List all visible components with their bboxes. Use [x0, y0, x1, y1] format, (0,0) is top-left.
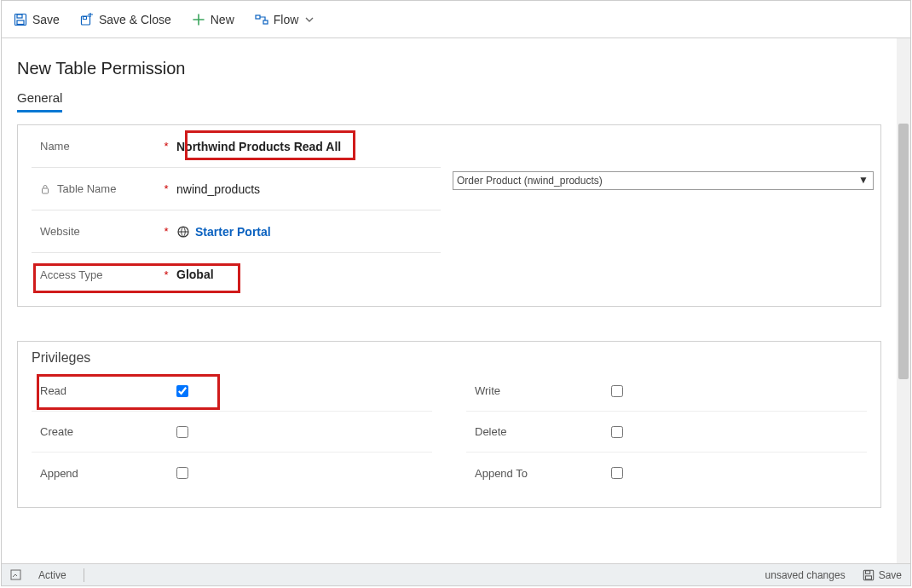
save-button[interactable]: Save [10, 9, 63, 30]
privilege-append-to: Append To [466, 453, 867, 493]
privilege-create: Create [32, 412, 432, 453]
svg-rect-2 [17, 20, 24, 25]
main-area: New Table Permission General Name * Nort… [2, 38, 910, 563]
flow-label: Flow [274, 13, 299, 26]
create-label: Create [32, 425, 176, 438]
svg-rect-4 [83, 16, 86, 19]
read-checkbox[interactable] [176, 385, 188, 397]
privilege-write: Write [466, 371, 867, 412]
record-status: Active [38, 569, 66, 581]
svg-rect-1 [17, 14, 22, 18]
read-label: Read [32, 384, 176, 397]
table-name-label: Table Name [32, 182, 159, 195]
unsaved-indicator: unsaved changes [765, 569, 846, 581]
form-scroll: New Table Permission General Name * Nort… [2, 38, 897, 563]
general-panel: Name * Northwind Products Read All Table… [17, 124, 881, 307]
flow-icon [255, 13, 268, 26]
table-name-select[interactable]: Order Product (nwind_products) [453, 171, 874, 190]
table-name-select-wrap: Order Product (nwind_products) ▼ [453, 171, 874, 190]
privileges-panel: Privileges Read Create [17, 341, 881, 508]
field-website: Website * Starter Portal [32, 210, 441, 253]
name-label: Name [32, 140, 159, 153]
save-label: Save [32, 13, 60, 26]
create-checkbox[interactable] [176, 426, 188, 438]
website-value[interactable]: Starter Portal [173, 225, 441, 239]
page-title: New Table Permission [17, 59, 881, 78]
tab-general[interactable]: General [17, 87, 62, 112]
footer-save-button[interactable]: Save [863, 569, 902, 581]
append-label: Append [32, 467, 176, 480]
status-bar: Active unsaved changes Save [2, 563, 910, 585]
vertical-scrollbar[interactable] [897, 38, 910, 563]
command-bar: Save Save & Close New Flow [2, 1, 910, 38]
privileges-title: Privileges [18, 342, 880, 371]
required-marker: * [159, 182, 173, 195]
globe-icon [176, 225, 190, 239]
privilege-delete: Delete [466, 412, 867, 453]
access-type-value[interactable]: Global [173, 268, 441, 281]
lock-icon [40, 184, 50, 194]
website-link[interactable]: Starter Portal [195, 225, 271, 239]
website-label: Website [32, 225, 159, 238]
append-to-checkbox[interactable] [611, 467, 623, 479]
privilege-read: Read [32, 371, 432, 412]
svg-rect-7 [43, 188, 49, 193]
new-label: New [211, 13, 234, 26]
new-button[interactable]: New [188, 9, 238, 30]
append-to-label: Append To [466, 467, 611, 480]
required-marker: * [159, 268, 173, 281]
flow-button[interactable]: Flow [251, 9, 318, 30]
field-name: Name * Northwind Products Read All [32, 125, 441, 168]
plus-icon [192, 13, 205, 26]
table-name-value[interactable]: nwind_products [173, 182, 441, 196]
scrollbar-thumb[interactable] [898, 124, 909, 379]
delete-checkbox[interactable] [611, 426, 623, 438]
save-close-icon [80, 13, 94, 26]
access-type-label: Access Type [32, 268, 159, 281]
svg-rect-5 [256, 15, 260, 19]
footer-save-label: Save [879, 569, 902, 581]
delete-label: Delete [466, 425, 611, 438]
svg-rect-12 [865, 575, 871, 579]
privilege-append: Append [32, 453, 432, 493]
save-close-label: Save & Close [99, 13, 171, 26]
footer-divider [84, 568, 84, 582]
field-access-type: Access Type * Global [32, 253, 441, 296]
chevron-down-icon [305, 15, 314, 24]
required-marker: * [159, 225, 173, 238]
append-checkbox[interactable] [176, 467, 188, 479]
write-checkbox[interactable] [611, 385, 623, 397]
save-and-close-button[interactable]: Save & Close [77, 9, 175, 30]
write-label: Write [466, 384, 611, 397]
name-value[interactable]: Northwind Products Read All [173, 140, 441, 153]
save-icon [863, 569, 874, 581]
tab-strip: General [17, 87, 881, 112]
required-marker: * [159, 140, 173, 153]
edit-status-icon [10, 569, 21, 580]
save-icon [14, 13, 27, 26]
field-table-name: Table Name * nwind_products [32, 168, 441, 210]
svg-rect-11 [865, 570, 869, 574]
svg-rect-6 [263, 20, 268, 24]
